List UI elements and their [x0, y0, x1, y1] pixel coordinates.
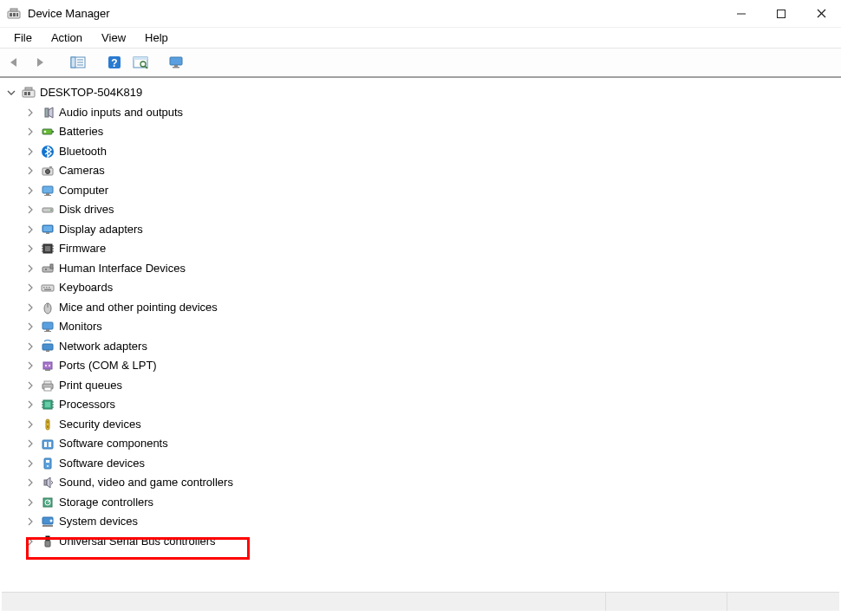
tree-category-node[interactable]: Processors [7, 395, 841, 415]
tree-category-label: Print queues [59, 376, 122, 396]
tree-category-label: System devices [59, 512, 138, 532]
tree-root-node[interactable]: DESKTOP-504K819 [7, 83, 841, 103]
tree-category-node[interactable]: Keyboards [7, 278, 841, 298]
tree-category-label: Firmware [59, 239, 106, 259]
tree-category-node[interactable]: Human Interface Devices [7, 259, 841, 279]
expander-icon[interactable] [26, 439, 38, 448]
menu-help[interactable]: Help [136, 29, 177, 46]
tree-category-node[interactable]: Print queues [7, 376, 841, 396]
tree-category-node[interactable]: Bluetooth [7, 142, 841, 162]
tree-category-label: Human Interface Devices [59, 259, 186, 279]
tree-category-node[interactable]: Network adapters [7, 337, 841, 357]
monitor-button[interactable] [166, 52, 187, 73]
tree-category-node[interactable]: Software components [7, 434, 841, 454]
svg-rect-21 [174, 65, 178, 67]
tree-category-label: Batteries [59, 122, 103, 142]
expander-icon[interactable] [26, 498, 38, 507]
expander-icon[interactable] [26, 517, 38, 526]
tree-category-label: Keyboards [59, 278, 113, 298]
show-hide-console-tree-button[interactable] [68, 52, 88, 73]
storage-icon [40, 495, 55, 510]
expander-icon[interactable] [26, 342, 38, 351]
expander-icon[interactable] [26, 283, 38, 292]
menu-action[interactable]: Action [42, 29, 91, 46]
expander-icon[interactable] [26, 459, 38, 468]
help-button[interactable]: ? [104, 52, 125, 73]
tree-category-node[interactable]: Mice and other pointing devices [7, 298, 841, 318]
menu-file[interactable]: File [5, 29, 41, 46]
svg-rect-1 [10, 13, 12, 16]
tree-category-node[interactable]: Monitors [7, 317, 841, 337]
expander-icon[interactable] [26, 264, 38, 273]
tree-category-node[interactable]: Sound, video and game controllers [7, 473, 841, 493]
svg-rect-2 [13, 13, 16, 16]
expander-icon[interactable] [26, 478, 38, 487]
swdev-icon [40, 456, 55, 471]
expander-icon[interactable] [26, 400, 38, 409]
svg-text:?: ? [111, 57, 117, 69]
expander-icon[interactable] [26, 381, 38, 390]
cpu-icon [40, 397, 55, 412]
tree-category-node[interactable]: Audio inputs and outputs [7, 103, 841, 123]
camera-icon [40, 163, 55, 178]
expander-icon[interactable] [26, 420, 38, 429]
tree-category-node[interactable]: Firmware [7, 239, 841, 259]
tree-category-node[interactable]: System devices [7, 512, 841, 532]
tree-category-node[interactable]: Ports (COM & LPT) [7, 356, 841, 376]
back-button[interactable] [5, 52, 26, 73]
menu-view[interactable]: View [93, 29, 134, 46]
expander-icon[interactable] [26, 186, 38, 195]
statusbar [2, 592, 839, 611]
app-icon [7, 7, 21, 21]
tree-category-node[interactable]: Cameras [7, 161, 841, 181]
mouse-icon [40, 300, 55, 315]
expander-icon[interactable] [26, 166, 38, 175]
window-title: Device Manager [28, 7, 110, 20]
tree-category-label: Cameras [59, 161, 105, 181]
tree-category-label: Network adapters [59, 337, 147, 357]
expander-icon[interactable] [26, 225, 38, 234]
tree-category-label: Ports (COM & LPT) [59, 356, 157, 376]
forward-button[interactable] [31, 52, 52, 73]
scan-hardware-button[interactable] [130, 52, 151, 73]
battery-icon [40, 124, 55, 139]
tree-category-node[interactable]: Computer [7, 181, 841, 201]
tree-category-label: Disk drives [59, 200, 114, 220]
swcomp-icon [40, 436, 55, 451]
tree-category-label: Monitors [59, 317, 102, 337]
menubar: File Action View Help [0, 28, 841, 49]
titlebar: Device Manager [0, 0, 841, 28]
expander-icon[interactable] [26, 244, 38, 253]
hid-icon [40, 261, 55, 276]
ports-icon [40, 358, 55, 373]
close-button[interactable] [801, 0, 841, 28]
expander-icon[interactable] [26, 147, 38, 156]
tree-category-node[interactable]: Display adapters [7, 220, 841, 240]
minimize-button[interactable] [721, 0, 761, 28]
svg-rect-22 [173, 67, 179, 68]
tree-category-node[interactable]: Disk drives [7, 200, 841, 220]
tree-category-label: Security devices [59, 415, 141, 435]
tree-category-node[interactable]: Software devices [7, 454, 841, 474]
svg-rect-4 [10, 9, 17, 11]
tree-category-node[interactable]: Batteries [7, 122, 841, 142]
tree-category-label: Bluetooth [59, 142, 107, 162]
expander-icon[interactable] [26, 205, 38, 214]
device-tree[interactable]: DESKTOP-504K819 Audio inputs and outputs… [0, 78, 841, 590]
expander-icon[interactable] [26, 108, 38, 117]
security-icon [40, 417, 55, 432]
system-icon [40, 514, 55, 529]
expander-icon[interactable] [26, 322, 38, 331]
expander-icon[interactable] [26, 361, 38, 370]
display-icon [40, 222, 55, 237]
expander-icon[interactable] [7, 88, 19, 97]
monitor-icon [40, 319, 55, 334]
tree-category-node[interactable]: Storage controllers [7, 493, 841, 513]
toolbar: ? [0, 49, 841, 78]
expander-icon[interactable] [26, 303, 38, 312]
disk-icon [40, 202, 55, 217]
tree-category-node[interactable]: Security devices [7, 415, 841, 435]
svg-rect-20 [170, 57, 182, 65]
expander-icon[interactable] [26, 127, 38, 136]
maximize-button[interactable] [761, 0, 801, 28]
